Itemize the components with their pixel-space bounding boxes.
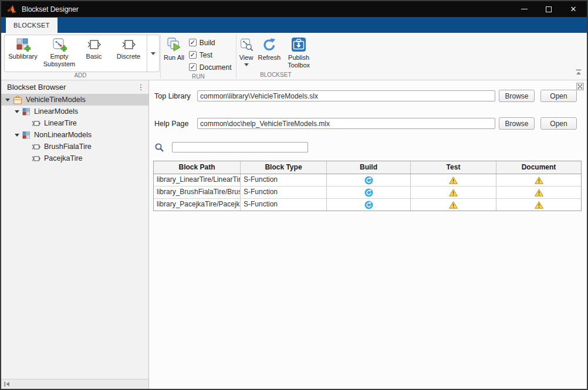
checkbox-checked-icon[interactable]: ✓ [189,63,197,71]
build-checkbox-row[interactable]: ✓ Build [189,36,232,49]
expander-icon[interactable] [14,108,20,114]
minimize-button[interactable] [512,1,536,17]
search-input[interactable] [172,142,308,152]
document-status-cell [496,186,581,198]
add-sublibrary-button[interactable]: Sublibrary [5,35,41,72]
content-area: Blockset Browser ⋮ VehicleTireModels [1,80,587,389]
test-checkbox-row[interactable]: ✓ Test [189,49,232,61]
block-type-cell: S-Function [241,199,327,211]
ribbon-toolbar: Sublibrary Empty Subsystem [1,33,587,80]
panel-menu-button[interactable]: ⋮ [137,83,145,91]
test-status-cell [411,174,496,186]
document-status-cell [496,199,581,211]
help-page-open-button[interactable]: Open [540,117,577,130]
undock-panel-button[interactable] [576,82,584,93]
chevron-down-icon [244,63,249,66]
table-row[interactable]: library_PacejkaTire/Pacejka... S-Functio… [154,199,581,211]
blockset-browser-panel: Blockset Browser ⋮ VehicleTireModels [1,80,149,389]
top-library-row: Top Library Browse Open [154,90,587,102]
help-page-input[interactable] [197,118,495,129]
tree-item-pacejkatire[interactable]: PacejkaTire [1,152,148,164]
collapse-ribbon-button[interactable] [575,67,582,77]
browser-panel-footer [1,379,148,389]
refresh-button[interactable]: Refresh [256,35,283,62]
ribbon-divider [160,34,161,79]
table-row[interactable]: library_LinearTire/LinearTire S-Function [154,174,581,186]
view-button[interactable]: View [237,35,256,66]
section-label-run: RUN [161,73,235,80]
help-page-row: Help Page Browse Open [154,117,587,130]
block-status-table: Block Path Block Type Build Test Documen… [153,161,582,211]
close-button[interactable]: ✕ [561,1,586,17]
column-header-document[interactable]: Document [496,161,581,174]
column-header-build[interactable]: Build [327,161,411,174]
warning-icon [535,177,543,184]
document-status-cell [496,174,581,186]
top-library-open-button[interactable]: Open [540,90,577,102]
test-status-cell [411,186,496,198]
run-all-label: Run All [164,54,184,62]
tree-item-brushfialatire[interactable]: BrushFialaTire [1,141,148,152]
column-header-block-type[interactable]: Block Type [241,161,327,174]
ribbon-section-blockset: View Refresh [237,33,315,80]
ribbon-tab-strip: BLOCKSET [1,17,587,33]
add-discrete-button[interactable]: Discrete [110,35,147,72]
tree-item-nonlinearmodels[interactable]: NonLinearModels [1,129,148,141]
ribbon-section-run: Run All ✓ Build ✓ Test ✓ Document [161,33,235,80]
column-header-block-path[interactable]: Block Path [154,161,241,174]
tree-item-vehicletiremodels[interactable]: VehicleTireModels [1,94,148,106]
empty-subsystem-add-icon [52,38,67,52]
sublibrary-add-icon [15,38,31,52]
top-library-browse-button[interactable]: Browse [499,90,535,102]
expander-icon[interactable] [5,97,11,103]
checkbox-checked-icon[interactable]: ✓ [189,51,197,59]
run-all-button[interactable]: Run All [161,35,187,62]
tree-item-lineartire[interactable]: LinearTire [1,117,148,129]
tree-item-label: LinearModels [34,107,78,116]
blockset-detail-panel: Top Library Browse Open Help Page Browse… [149,80,587,389]
tab-blockset[interactable]: BLOCKSET [6,18,58,33]
browser-panel-title: Blockset Browser [7,83,137,91]
warning-icon [535,189,543,196]
discrete-block-icon [121,38,136,52]
help-page-browse-button[interactable]: Browse [499,117,535,130]
block-type-cell: S-Function [241,186,327,198]
maximize-icon [546,6,552,12]
checkbox-label: Document [200,63,232,72]
chevron-down-icon [151,52,156,55]
matlab-logo-icon [6,5,17,14]
collapse-panel-icon[interactable] [4,381,11,388]
add-gallery-dropdown-button[interactable] [147,35,159,72]
add-basic-button[interactable]: Basic [77,35,110,72]
maximize-button[interactable] [536,1,561,17]
section-label-add: ADD [1,72,160,80]
browser-panel-header: Blockset Browser ⋮ [1,80,148,94]
table-header-row: Block Path Block Type Build Test Documen… [154,161,581,174]
section-label-blockset: BLOCKSET [237,72,315,80]
ribbon-section-add: Sublibrary Empty Subsystem [1,33,160,80]
sublibrary-icon [22,131,31,139]
publish-toolbox-button[interactable]: Publish Toolbox [283,35,315,69]
table-row[interactable]: library_BrushFialaTire/Brus... S-Functio… [154,186,581,199]
warning-icon [449,201,458,209]
minimize-icon [521,9,528,10]
expander-icon[interactable] [14,132,20,138]
block-path-cell: library_BrushFialaTire/Brus... [154,186,241,198]
refresh-label: Refresh [258,54,281,62]
checkbox-label: Build [200,39,215,47]
top-library-input[interactable] [197,90,495,101]
block-icon [32,120,40,127]
warning-icon [535,201,543,209]
tree-item-linearmodels[interactable]: LinearModels [1,106,148,117]
document-checkbox-row[interactable]: ✓ Document [189,61,232,73]
add-gallery: Sublibrary Empty Subsystem [4,35,160,72]
add-empty-subsystem-button[interactable]: Empty Subsystem [41,35,77,72]
checkbox-label: Test [200,51,212,59]
blockset-tree: VehicleTireModels LinearModels [1,94,148,379]
checkbox-checked-icon[interactable]: ✓ [189,39,197,46]
test-status-cell [411,199,496,211]
search-row [154,142,587,152]
tree-item-label: VehicleTireModels [26,96,86,104]
publish-toolbox-label: Publish Toolbox [285,54,312,69]
column-header-test[interactable]: Test [411,161,496,174]
